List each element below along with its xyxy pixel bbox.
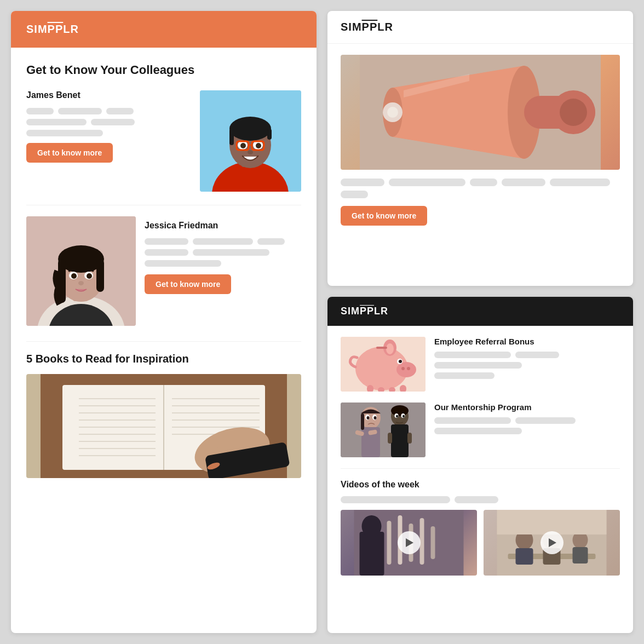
svg-point-56	[560, 99, 587, 126]
logo-overline-card3: PP	[360, 306, 374, 317]
svg-rect-22	[96, 259, 104, 292]
skel	[193, 238, 253, 245]
svg-rect-73	[341, 403, 426, 457]
svg-point-61	[396, 362, 416, 377]
skel	[434, 362, 522, 369]
svg-point-85	[391, 405, 409, 416]
skel	[145, 238, 188, 245]
skel	[434, 428, 522, 434]
card3-header: SIMPPLR	[327, 297, 633, 326]
svg-rect-98	[360, 532, 384, 576]
svg-rect-6	[267, 129, 272, 140]
announcement-cta-button[interactable]: Get to know more	[341, 206, 427, 226]
videos-skel-row	[341, 496, 620, 503]
logo-overline-card2: PP	[362, 21, 378, 33]
person1-row: James Benet Get to know more	[26, 90, 301, 192]
svg-point-58	[387, 107, 398, 118]
skel	[341, 496, 450, 503]
svg-rect-76	[361, 413, 364, 430]
skel	[257, 238, 285, 245]
video1-thumb[interactable]	[341, 510, 477, 576]
person2-cta-button[interactable]: Get to know more	[145, 274, 231, 294]
books-title: 5 Books to Read for Inspiration	[26, 353, 301, 365]
colleagues-card: SIMPPLR Get to Know Your Colleagues Jame…	[11, 11, 317, 633]
skel-row	[434, 352, 620, 358]
skel-row	[434, 372, 620, 379]
skel	[389, 179, 465, 186]
logo-overline-card1: PP	[48, 23, 64, 35]
article2-thumb	[341, 403, 426, 457]
megaphone-image	[341, 55, 620, 170]
svg-rect-87	[407, 433, 412, 444]
person2-photo-svg	[26, 216, 136, 326]
skel	[470, 179, 497, 186]
colleagues-title: Get to Know Your Colleagues	[26, 63, 301, 77]
video2-thumb[interactable]	[484, 510, 620, 576]
svg-point-82	[374, 416, 377, 419]
svg-point-9	[240, 143, 246, 148]
svg-point-62	[401, 367, 405, 370]
person2-photo	[26, 216, 136, 326]
svg-point-25	[71, 273, 77, 279]
person1-name: James Benet	[26, 90, 191, 100]
svg-rect-84	[391, 424, 409, 457]
logo-card2: SIMPPLR	[341, 21, 393, 33]
svg-rect-69	[367, 385, 373, 392]
person1-photo	[200, 90, 301, 192]
article1-info: Employee Referral Bonus	[434, 337, 620, 379]
person1-skeleton	[26, 108, 191, 136]
books-svg	[26, 374, 301, 478]
skel-row-5	[145, 249, 301, 256]
svg-point-63	[407, 367, 410, 370]
skel	[26, 108, 54, 114]
svg-point-4	[229, 117, 271, 141]
skel	[145, 260, 221, 267]
skel	[434, 417, 511, 424]
play-triangle-icon	[406, 538, 413, 547]
logo-card1: SIMPPLR	[26, 23, 79, 35]
svg-rect-108	[497, 510, 607, 534]
svg-rect-93	[387, 521, 392, 565]
skel	[515, 417, 576, 424]
person1-cta-button[interactable]: Get to know more	[26, 143, 113, 163]
person2-info: Jessica Friedman Ge	[145, 216, 301, 294]
card2-header: SIMPPLR	[327, 11, 633, 44]
article1-title: Employee Referral Bonus	[434, 337, 620, 346]
skel-row	[434, 417, 620, 424]
article1-thumb	[341, 337, 426, 392]
play-triangle-icon2	[549, 538, 556, 547]
mentor-svg	[341, 403, 426, 457]
svg-rect-107	[573, 547, 588, 564]
svg-point-81	[367, 416, 370, 419]
skel	[515, 352, 559, 358]
skel-row	[434, 428, 620, 434]
skel	[550, 179, 610, 186]
person2-btn-wrap: Get to know more	[145, 274, 301, 294]
person1-info: James Benet Get to know more	[26, 90, 191, 163]
skel	[502, 179, 545, 186]
svg-point-67	[386, 343, 394, 354]
skel	[26, 119, 87, 125]
svg-point-91	[403, 415, 405, 417]
skel-row	[434, 362, 620, 369]
books-divider	[26, 341, 301, 342]
article1-item: Employee Referral Bonus	[341, 337, 620, 392]
skel-row-4	[145, 238, 301, 245]
video1-play-button[interactable]	[398, 531, 421, 554]
svg-rect-103	[516, 548, 533, 565]
videos-title: Videos of the week	[341, 480, 620, 490]
skel-row-2	[26, 119, 191, 125]
skel	[341, 179, 384, 186]
skel	[145, 249, 188, 256]
skel	[91, 119, 135, 125]
skel	[193, 249, 269, 256]
svg-rect-97	[431, 526, 435, 559]
svg-point-27	[78, 281, 84, 285]
article1-skels	[434, 352, 620, 379]
person2-name: Jessica Friedman	[145, 221, 301, 231]
skel-row-3	[26, 130, 191, 136]
video2-play-button[interactable]	[540, 531, 564, 554]
svg-point-99	[362, 515, 382, 537]
skel	[58, 108, 102, 114]
article2-title: Our Mentorship Program	[434, 403, 620, 412]
